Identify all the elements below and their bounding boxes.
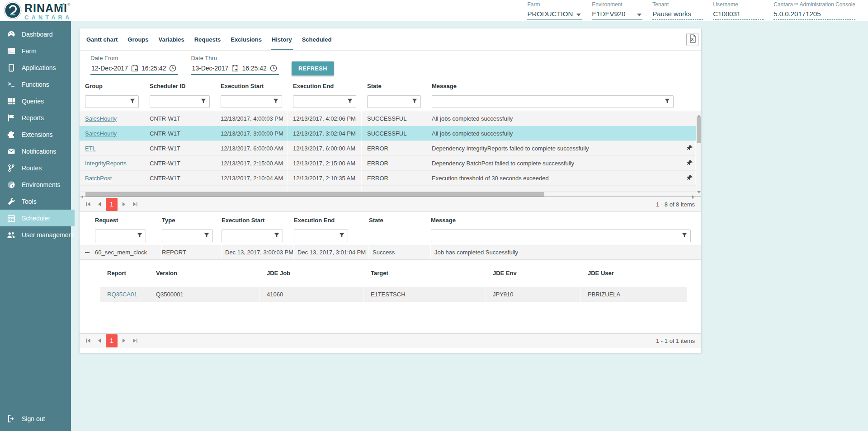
- column-header-version[interactable]: Version: [149, 270, 260, 276]
- sidebar-item-farm[interactable]: Farm: [0, 42, 71, 59]
- first-page-icon[interactable]: [83, 199, 93, 209]
- column-header-scheduler-id[interactable]: Scheduler ID: [144, 83, 215, 89]
- column-header-report[interactable]: Report: [100, 270, 149, 276]
- column-header-type[interactable]: Type: [162, 217, 222, 224]
- scheduler-id-filter-input[interactable]: [150, 96, 201, 107]
- column-header-request[interactable]: Request: [95, 217, 162, 224]
- horizontal-scrollbar[interactable]: [80, 191, 696, 197]
- column-header-jde-user[interactable]: JDE User: [581, 270, 687, 276]
- sidebar-item-reports[interactable]: Reports: [0, 109, 71, 126]
- sidebar-item-user-management[interactable]: User management: [0, 226, 71, 243]
- pin-icon[interactable]: [686, 159, 693, 168]
- jde-detail-row[interactable]: RQ35CA01 Q3500001 41060 E1TESTSCH JPY910…: [100, 287, 687, 302]
- filter-funnel-icon[interactable]: [204, 232, 209, 240]
- pin-icon[interactable]: [686, 145, 693, 153]
- sidebar-item-queries[interactable]: Queries: [0, 93, 71, 109]
- table-row[interactable]: SalesHourly CNTR-W1T 12/13/2017, 3:00:00…: [80, 126, 696, 141]
- filter-funnel-icon[interactable]: [347, 98, 353, 106]
- current-page-button[interactable]: 1: [106, 334, 118, 347]
- execution-end-filter-input[interactable]: [293, 96, 347, 107]
- filter-funnel-icon[interactable]: [682, 232, 687, 240]
- column-header-target[interactable]: Target: [364, 270, 486, 276]
- calendar-icon[interactable]: [131, 65, 138, 72]
- column-header-execution-end[interactable]: Execution End: [288, 83, 362, 89]
- next-page-icon[interactable]: [119, 199, 129, 209]
- table-row[interactable]: BatchPost CNTR-W1T 12/13/2017, 2:10:04 A…: [80, 171, 696, 186]
- column-header-message[interactable]: Message: [426, 83, 696, 89]
- filter-funnel-icon[interactable]: [201, 98, 206, 106]
- scroll-left-icon[interactable]: [80, 192, 84, 201]
- sidebar-item-scheduler[interactable]: Scheduler: [0, 210, 75, 226]
- scroll-down-icon[interactable]: [697, 187, 701, 196]
- last-page-icon[interactable]: [130, 199, 140, 209]
- date-from-input[interactable]: 12-Dec-2017: [91, 65, 128, 72]
- group-link[interactable]: ETL: [85, 145, 96, 152]
- tab-scheduled[interactable]: Scheduled: [297, 28, 337, 50]
- column-header-group[interactable]: Group: [80, 83, 144, 89]
- message-filter-input[interactable]: [431, 230, 682, 241]
- farm-select[interactable]: Farm PRODUCTION: [527, 1, 582, 20]
- sidebar-item-dashboard[interactable]: Dashboard: [0, 26, 71, 42]
- group-filter-input[interactable]: [85, 96, 130, 107]
- column-header-jde-env[interactable]: JDE Env: [486, 270, 581, 276]
- tab-history[interactable]: History: [267, 28, 297, 50]
- report-link[interactable]: RQ35CA01: [107, 291, 137, 298]
- filter-funnel-icon[interactable]: [273, 98, 278, 106]
- tab-requests[interactable]: Requests: [189, 28, 226, 50]
- group-link[interactable]: SalesHourly: [85, 130, 117, 137]
- sidebar-item-tools[interactable]: Tools: [0, 193, 71, 210]
- column-header-jde-job[interactable]: JDE Job: [260, 270, 364, 276]
- column-header-execution-end[interactable]: Execution End: [294, 217, 369, 224]
- sidebar-item-applications[interactable]: Applications: [0, 59, 71, 76]
- type-filter-input[interactable]: [162, 230, 204, 241]
- first-page-icon[interactable]: [83, 336, 93, 346]
- pin-icon[interactable]: [686, 174, 693, 183]
- execution-end-filter-input[interactable]: [294, 230, 339, 241]
- clock-icon[interactable]: [270, 65, 277, 72]
- column-header-execution-start[interactable]: Execution Start: [222, 217, 294, 224]
- filter-funnel-icon[interactable]: [130, 98, 135, 106]
- sidebar-item-extensions[interactable]: Extensions: [0, 126, 71, 143]
- date-thru-input[interactable]: 13-Dec-2017: [192, 65, 228, 72]
- prev-page-icon[interactable]: [94, 199, 104, 209]
- sidebar-item-functions[interactable]: >_ Functions: [0, 76, 71, 93]
- filter-funnel-icon[interactable]: [137, 232, 142, 240]
- filter-funnel-icon[interactable]: [339, 232, 344, 240]
- table-row[interactable]: IntegrityReports CNTR-W1T 12/13/2017, 2:…: [80, 156, 696, 171]
- sidebar-item-routes[interactable]: Routes: [0, 159, 71, 176]
- column-header-execution-start[interactable]: Execution Start: [215, 83, 288, 89]
- tab-gantt-chart[interactable]: Gantt chart: [81, 28, 123, 50]
- vertical-scrollbar[interactable]: [696, 111, 701, 197]
- group-link[interactable]: IntegrityReports: [85, 160, 127, 167]
- request-filter-input[interactable]: [95, 230, 137, 241]
- tab-variables[interactable]: Variables: [154, 28, 189, 50]
- tab-exclusions[interactable]: Exclusions: [226, 28, 267, 50]
- column-header-state[interactable]: State: [369, 217, 431, 224]
- sign-out-button[interactable]: Sign out: [0, 410, 71, 427]
- collapse-row-icon[interactable]: [84, 249, 91, 256]
- clock-icon[interactable]: [169, 65, 176, 72]
- table-row[interactable]: SalesHourly CNTR-W1T 12/13/2017, 4:00:03…: [80, 111, 696, 126]
- calendar-icon[interactable]: [231, 65, 239, 72]
- horizontal-scroll-thumb[interactable]: [85, 192, 544, 197]
- state-filter-input[interactable]: [368, 96, 412, 107]
- vertical-scroll-thumb[interactable]: [697, 117, 701, 143]
- export-excel-button[interactable]: X: [686, 33, 698, 46]
- request-row[interactable]: 60_sec_mem_clock REPORT Dec 13, 2017, 3:…: [80, 245, 701, 260]
- environment-select[interactable]: Environment E1DEV920: [592, 1, 642, 20]
- group-link[interactable]: SalesHourly: [85, 115, 117, 122]
- scroll-right-icon[interactable]: [691, 192, 695, 201]
- refresh-button[interactable]: REFRESH: [292, 61, 334, 75]
- time-from-input[interactable]: 16:25:42: [142, 65, 166, 72]
- message-filter-input[interactable]: [432, 96, 665, 107]
- tab-groups[interactable]: Groups: [123, 28, 153, 50]
- sidebar-item-notifications[interactable]: Notifications: [0, 143, 71, 159]
- filter-funnel-icon[interactable]: [412, 98, 417, 106]
- execution-start-filter-input[interactable]: [221, 96, 273, 107]
- group-link[interactable]: BatchPost: [85, 175, 112, 182]
- next-page-icon[interactable]: [119, 336, 129, 346]
- last-page-icon[interactable]: [130, 336, 140, 346]
- table-row[interactable]: ETL CNTR-W1T 12/13/2017, 6:00:00 AM 12/1…: [80, 141, 696, 156]
- filter-funnel-icon[interactable]: [665, 98, 670, 106]
- filter-funnel-icon[interactable]: [274, 232, 279, 240]
